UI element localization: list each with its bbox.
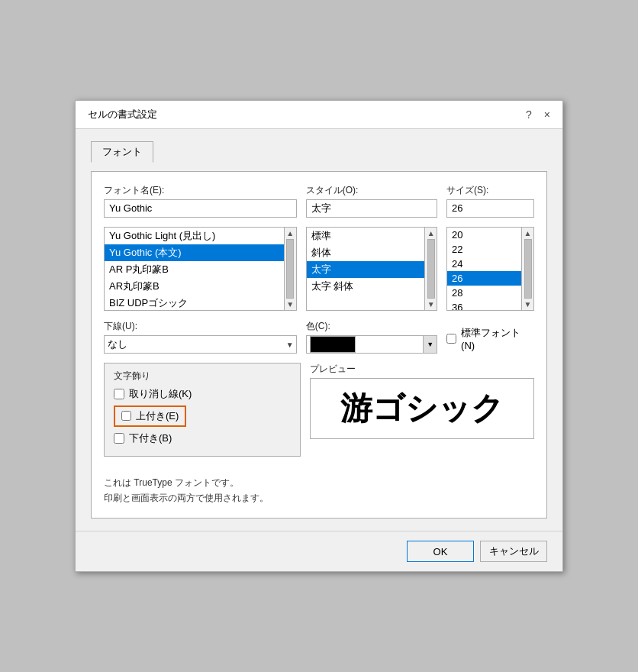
list-item[interactable]: 斜体	[307, 244, 424, 261]
size-list-scrollbar[interactable]: ▲ ▼	[521, 228, 533, 310]
size-list-inner: 20 22 24 26 28 36	[447, 228, 521, 310]
close-button[interactable]: ×	[541, 107, 553, 122]
preview-label: プレビュー	[310, 363, 534, 376]
superscript-row: 上付き(E)	[114, 405, 291, 427]
font-name-list-inner: Yu Gothic Light (見出し) Yu Gothic (本文) AR …	[105, 228, 284, 310]
decoration-section: 文字飾り 取り消し線(K) 上付き(E)	[104, 363, 301, 457]
list-item[interactable]: AR P丸印篆B	[105, 261, 284, 278]
color-col: 色(C): ▼	[306, 320, 437, 354]
form-row-labels: フォント名(E): スタイル(O): サイズ(S):	[104, 184, 534, 218]
style-list-inner: 標準 斜体 太字 太字 斜体	[307, 228, 424, 310]
size-col: サイズ(S):	[446, 184, 534, 218]
strikethrough-row: 取り消し線(K)	[114, 387, 291, 401]
preview-col: プレビュー 游ゴシック	[310, 363, 534, 464]
help-button[interactable]: ?	[523, 107, 535, 122]
list-item[interactable]: 28	[447, 286, 521, 300]
size-input[interactable]	[446, 199, 534, 218]
cell-format-dialog: セルの書式設定 ? × フォント フォント名(E): スタイル(O):	[75, 100, 563, 573]
underline-label: 下線(U):	[104, 320, 297, 333]
list-item[interactable]: 36	[447, 300, 521, 310]
content-area: フォント名(E): スタイル(O): サイズ(S):	[91, 171, 547, 519]
dialog-title: セルの書式設定	[88, 108, 157, 121]
style-list-col: 標準 斜体 太字 太字 斜体 ▲ ▼	[306, 225, 437, 311]
underline-col: 下線(U): なし ▼	[104, 320, 297, 354]
font-name-list-col: Yu Gothic Light (見出し) Yu Gothic (本文) AR …	[104, 225, 297, 311]
list-item[interactable]: AR丸印篆B	[105, 278, 284, 295]
size-list[interactable]: 20 22 24 26 28 36 ▲ ▼	[446, 227, 534, 311]
tab-font[interactable]: フォント	[91, 141, 153, 163]
style-col: スタイル(O):	[306, 184, 437, 218]
style-input[interactable]	[306, 199, 437, 218]
standard-font-col: 標準フォント(N)	[446, 326, 534, 354]
font-name-col: フォント名(E):	[104, 184, 297, 218]
strikethrough-label: 取り消し線(K)	[129, 387, 192, 401]
standard-font-checkbox[interactable]	[446, 334, 456, 344]
style-list-scrollbar[interactable]: ▲ ▼	[424, 228, 437, 310]
color-dropdown-btn[interactable]: ▼	[423, 336, 437, 353]
list-item[interactable]: BIZ UDPゴシック	[105, 295, 284, 310]
list-item[interactable]: 24	[447, 257, 521, 271]
font-name-input[interactable]	[104, 199, 297, 218]
font-name-list[interactable]: Yu Gothic Light (見出し) Yu Gothic (本文) AR …	[104, 227, 297, 311]
list-item-selected[interactable]: 26	[447, 271, 521, 286]
list-item[interactable]: Yu Gothic Light (見出し)	[105, 228, 284, 244]
form-row-lists: Yu Gothic Light (見出し) Yu Gothic (本文) AR …	[104, 225, 534, 311]
underline-row: 下線(U): なし ▼ 色(C): ▼	[104, 320, 534, 354]
decoration-title: 文字飾り	[114, 370, 291, 383]
list-item-selected[interactable]: 太字	[307, 261, 424, 278]
title-bar-controls: ? ×	[523, 107, 553, 122]
color-dropdown[interactable]: ▼	[306, 335, 437, 354]
font-list-scrollbar[interactable]: ▲ ▼	[284, 228, 296, 310]
list-item[interactable]: 20	[447, 228, 521, 242]
dialog-footer: OK キャンセル	[76, 531, 562, 571]
strikethrough-checkbox[interactable]	[114, 389, 124, 399]
ok-button[interactable]: OK	[407, 541, 474, 562]
bottom-row: 文字飾り 取り消し線(K) 上付き(E)	[104, 363, 534, 464]
cancel-button[interactable]: キャンセル	[480, 541, 547, 562]
list-item[interactable]: 標準	[307, 228, 424, 244]
superscript-checkbox[interactable]	[121, 411, 131, 421]
underline-select[interactable]: なし	[104, 335, 297, 354]
subscript-checkbox[interactable]	[114, 433, 124, 444]
color-label: 色(C):	[306, 320, 437, 333]
dialog-body: フォント フォント名(E): スタイル(O): サイズ(S):	[76, 129, 562, 531]
font-name-label: フォント名(E):	[104, 184, 297, 197]
list-item[interactable]: 22	[447, 242, 521, 257]
style-label: スタイル(O):	[306, 184, 437, 197]
info-text: これは TrueType フォントです。 印刷と画面表示の両方で使用されます。	[104, 475, 534, 506]
subscript-row: 下付き(B)	[114, 431, 291, 445]
color-swatch	[307, 335, 423, 354]
underline-select-wrapper: なし ▼	[104, 335, 297, 354]
standard-font-label[interactable]: 標準フォント(N)	[446, 326, 534, 352]
list-item[interactable]: 太字 斜体	[307, 278, 424, 295]
decoration-col: 文字飾り 取り消し線(K) 上付き(E)	[104, 363, 301, 464]
style-list[interactable]: 標準 斜体 太字 太字 斜体 ▲ ▼	[306, 227, 437, 311]
tab-row: フォント	[91, 141, 547, 163]
superscript-label: 上付き(E)	[136, 409, 179, 423]
size-label: サイズ(S):	[446, 184, 534, 197]
preview-text: 游ゴシック	[340, 387, 504, 430]
preview-box: 游ゴシック	[310, 378, 534, 439]
size-list-col: 20 22 24 26 28 36 ▲ ▼	[446, 225, 534, 311]
title-bar: セルの書式設定 ? ×	[76, 101, 562, 129]
subscript-label: 下付き(B)	[129, 431, 172, 445]
color-box	[310, 336, 356, 353]
list-item-selected[interactable]: Yu Gothic (本文)	[105, 244, 284, 261]
